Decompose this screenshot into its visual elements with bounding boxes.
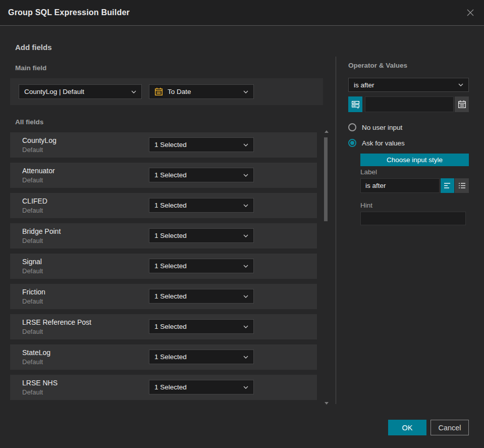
hint-input[interactable] <box>360 212 466 225</box>
input-style-line-button[interactable] <box>441 178 454 193</box>
field-value-select-value: 1 Selected <box>154 292 187 300</box>
field-value-select[interactable]: 1 Selected <box>149 319 254 334</box>
field-row: Friction Default 1 Selected <box>10 284 317 309</box>
unique-values-button[interactable] <box>348 96 362 112</box>
calendar-icon <box>154 87 163 96</box>
field-row: LRSE Reference Post Default 1 Selected <box>10 314 317 339</box>
input-style-list-button[interactable] <box>455 178 469 193</box>
field-value-select[interactable]: 1 Selected <box>149 350 254 364</box>
field-value-select-value: 1 Selected <box>154 141 187 148</box>
field-value-select-value: 1 Selected <box>154 262 187 270</box>
close-button[interactable] <box>465 7 476 18</box>
label-label: Label <box>360 168 377 176</box>
field-value-select[interactable]: 1 Selected <box>149 259 254 273</box>
all-fields-list: CountyLog Default 1 Selected Attenuator … <box>10 132 317 405</box>
date-type-select-value: To Date <box>168 88 191 95</box>
cancel-button[interactable]: Cancel <box>431 420 469 435</box>
main-field-label: Main field <box>15 64 46 72</box>
field-row: CLIFED Default 1 Selected <box>10 193 317 218</box>
field-name: StateLog <box>22 349 50 357</box>
radio-circle-icon[interactable] <box>348 123 356 131</box>
field-value-select[interactable]: 1 Selected <box>149 289 254 304</box>
operator-select[interactable]: is after <box>348 78 469 92</box>
chevron-down-icon <box>243 90 248 93</box>
field-name: Attenuator <box>22 167 55 175</box>
field-row: Attenuator Default 1 Selected <box>10 163 317 188</box>
field-value-select-value: 1 Selected <box>154 353 187 361</box>
field-value-select-value: 1 Selected <box>154 232 187 239</box>
chevron-down-icon <box>243 295 248 298</box>
close-icon <box>466 9 474 17</box>
field-subtitle: Default <box>22 176 43 184</box>
choose-input-style-button[interactable]: Choose input style <box>360 154 469 166</box>
field-name: Bridge Point <box>22 227 61 235</box>
main-field-select-value: CountyLog | Default <box>24 88 84 95</box>
field-row: CountyLog Default 1 Selected <box>10 132 317 158</box>
field-value-select[interactable]: 1 Selected <box>149 228 254 243</box>
main-field-select[interactable]: CountyLog | Default <box>19 84 142 99</box>
group-sql-expression-builder-dialog: Group SQL Expression Builder Add fields … <box>0 0 484 448</box>
list-scrollbar[interactable] <box>324 129 329 406</box>
chevron-down-icon <box>243 356 248 359</box>
field-value-select[interactable]: 1 Selected <box>149 168 254 182</box>
chevron-down-icon <box>458 83 463 86</box>
all-fields-label: All fields <box>15 118 43 126</box>
field-subtitle: Default <box>22 267 43 275</box>
field-value-select-value: 1 Selected <box>154 202 187 209</box>
field-subtitle: Default <box>22 328 43 335</box>
field-row: StateLog Default 1 Selected <box>10 344 317 370</box>
field-subtitle: Default <box>22 146 43 154</box>
field-subtitle: Default <box>22 207 43 214</box>
label-input[interactable] <box>360 178 440 193</box>
field-value-select[interactable]: 1 Selected <box>149 137 254 152</box>
bullet-list-icon <box>458 182 466 189</box>
add-fields-heading: Add fields <box>15 43 52 52</box>
field-subtitle: Default <box>22 237 43 244</box>
date-type-select[interactable]: To Date <box>149 84 254 99</box>
field-name: LRSE NHS <box>22 379 58 387</box>
dialog-titlebar: Group SQL Expression Builder <box>0 0 484 26</box>
value-calendar-button[interactable] <box>455 96 469 112</box>
chevron-down-icon <box>131 90 136 93</box>
radio-ask-for-values[interactable]: Ask for values <box>348 139 405 147</box>
field-name: CountyLog <box>22 136 57 144</box>
chevron-down-icon <box>243 204 248 207</box>
unique-values-icon <box>351 100 360 109</box>
operator-values-heading: Operator & Values <box>348 62 407 69</box>
radio-no-user-input-label: No user input <box>362 124 402 131</box>
chevron-down-icon <box>243 265 248 268</box>
dialog-title: Group SQL Expression Builder <box>8 8 130 17</box>
field-value-select-value: 1 Selected <box>154 323 187 330</box>
chevron-down-icon <box>243 143 248 146</box>
field-value-select[interactable]: 1 Selected <box>149 198 254 213</box>
radio-selected-icon[interactable] <box>348 139 356 147</box>
chevron-down-icon <box>243 325 248 328</box>
radio-ask-for-values-label: Ask for values <box>362 139 405 147</box>
align-lines-icon <box>444 182 451 189</box>
chevron-down-icon <box>243 174 248 177</box>
field-row: Bridge Point Default 1 Selected <box>10 223 317 248</box>
field-subtitle: Default <box>22 297 43 305</box>
value-input[interactable] <box>365 96 454 112</box>
field-value-select-value: 1 Selected <box>154 171 187 179</box>
field-row: Signal Default 1 Selected <box>10 254 317 279</box>
panel-divider <box>336 57 336 404</box>
field-value-select-value: 1 Selected <box>154 383 187 391</box>
chevron-down-icon <box>243 386 248 389</box>
field-name: Friction <box>22 288 45 296</box>
scroll-up-arrow[interactable] <box>325 130 329 133</box>
field-subtitle: Default <box>22 388 43 396</box>
scrollbar-thumb[interactable] <box>324 137 328 221</box>
chevron-down-icon <box>243 234 248 237</box>
field-value-select[interactable]: 1 Selected <box>149 380 254 394</box>
field-name: Signal <box>22 258 42 266</box>
field-row: LRSE NHS Default 1 Selected <box>10 375 317 400</box>
operator-select-value: is after <box>354 81 374 89</box>
calendar-icon <box>458 100 466 109</box>
scroll-down-arrow[interactable] <box>325 402 329 405</box>
field-subtitle: Default <box>22 358 43 366</box>
hint-label: Hint <box>360 202 372 209</box>
field-name: CLIFED <box>22 197 47 205</box>
radio-no-user-input[interactable]: No user input <box>348 123 402 131</box>
ok-button[interactable]: OK <box>388 420 426 435</box>
